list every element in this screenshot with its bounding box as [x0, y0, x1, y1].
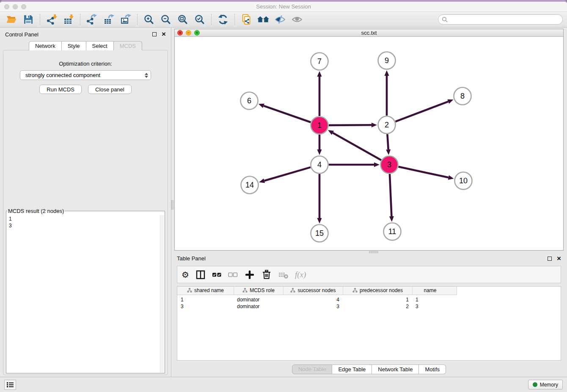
zoom-fit-icon[interactable]: [176, 14, 190, 25]
close-window-icon[interactable]: [4, 4, 9, 9]
close-panel-button[interactable]: Close panel: [88, 85, 132, 94]
mcds-tab-content: Optimization criterion: strongly connect…: [3, 50, 168, 375]
table-row[interactable]: 1dominator411: [177, 296, 561, 303]
memory-status-icon: [533, 382, 537, 387]
refresh-layout-icon[interactable]: [216, 14, 230, 25]
toolbar-separator: [80, 14, 80, 25]
zoom-selected-icon[interactable]: [193, 14, 207, 25]
column-header-label: MCDS role: [250, 287, 275, 293]
graph-node-label: 3: [387, 160, 391, 169]
zoom-in-icon[interactable]: [142, 14, 156, 25]
main-area: Control Panel × NetworkStyleSelectMCDS O…: [0, 28, 567, 377]
network-canvas[interactable]: 7968124314101511: [175, 37, 563, 250]
add-column-icon[interactable]: [244, 268, 255, 281]
column-header-name[interactable]: name: [412, 287, 448, 295]
network-close-icon[interactable]: ×: [177, 30, 183, 36]
splitter-handle[interactable]: [171, 200, 173, 210]
tab-node-table[interactable]: Node Table: [292, 364, 333, 374]
tab-style[interactable]: Style: [62, 41, 86, 50]
search-input[interactable]: [449, 17, 559, 22]
column-header-shared-name[interactable]: shared name: [177, 287, 234, 295]
graph-edge-1-2[interactable]: [329, 125, 372, 125]
mcds-result-text[interactable]: 13: [7, 215, 164, 373]
maximize-window-icon[interactable]: [21, 4, 26, 9]
import-table-icon[interactable]: [61, 14, 76, 25]
close-table-panel-icon[interactable]: ×: [557, 257, 561, 261]
application-window: Session: New Session: [0, 0, 567, 392]
graph-edge-1-6[interactable]: [264, 106, 311, 122]
graph-edge-3-1[interactable]: [333, 133, 381, 160]
table-row[interactable]: 3dominator323: [177, 303, 561, 310]
network-minimize-icon[interactable]: −: [186, 30, 191, 36]
select-all-checkboxes-icon[interactable]: [212, 268, 222, 281]
clone-network-icon[interactable]: [239, 14, 253, 25]
graph-edge-arrow: [374, 163, 380, 167]
mcds-result-title: MCDS result (2 nodes): [7, 208, 65, 214]
memory-button[interactable]: Memory: [528, 380, 563, 389]
column-header-label: shared name: [194, 287, 224, 293]
run-mcds-button[interactable]: Run MCDS: [39, 85, 82, 94]
graph-svg[interactable]: 7968124314101511: [175, 37, 564, 248]
task-history-icon[interactable]: [4, 380, 16, 390]
open-session-icon[interactable]: [4, 14, 19, 25]
graph-edge-arrow: [259, 104, 264, 108]
tab-motifs[interactable]: Motifs: [419, 364, 446, 374]
close-panel-icon[interactable]: ×: [162, 32, 166, 36]
graph-edge-4-14[interactable]: [264, 167, 311, 181]
home-icon[interactable]: [256, 14, 270, 25]
table-cell: 1: [343, 297, 412, 303]
export-table-icon[interactable]: [102, 14, 116, 25]
vertical-splitter[interactable]: [171, 28, 173, 377]
float-panel-icon[interactable]: [152, 32, 157, 36]
import-network-icon[interactable]: [44, 14, 59, 25]
window-controls: [4, 2, 26, 11]
column-header-successor-nodes[interactable]: successor nodes: [283, 287, 343, 295]
export-image-icon[interactable]: [118, 14, 133, 25]
search-icon: [442, 17, 448, 22]
table-settings-icon[interactable]: ⚙: [182, 268, 189, 281]
horizontal-splitter[interactable]: [174, 251, 564, 254]
zoom-out-icon[interactable]: [159, 14, 173, 25]
graph-node-label: 8: [460, 92, 465, 100]
tab-network-table[interactable]: Network Table: [372, 364, 419, 374]
workspace: × − + scc.txt 7968124314101511 Table Pan…: [173, 28, 567, 377]
tab-select[interactable]: Select: [86, 41, 114, 50]
deselect-all-checkboxes-icon[interactable]: [228, 268, 238, 281]
show-columns-icon[interactable]: [195, 268, 206, 281]
table-tabs: Node TableEdge TableNetwork TableMotifs: [174, 364, 564, 374]
hide-graphics-details-icon[interactable]: [273, 14, 287, 25]
graph-node-label: 1: [317, 121, 322, 130]
float-table-panel-icon[interactable]: [548, 257, 552, 261]
optimization-criterion-label: Optimization criterion:: [3, 61, 168, 67]
graph-edge-2-3[interactable]: [387, 134, 388, 149]
control-panel: Control Panel × NetworkStyleSelectMCDS O…: [0, 28, 171, 377]
graph-node-label: 15: [315, 229, 324, 237]
column-header-MCDS-role[interactable]: MCDS role: [234, 287, 283, 295]
graph-edge-3-10[interactable]: [398, 167, 448, 178]
show-graphics-details-icon[interactable]: [290, 14, 304, 25]
graph-edge-3-11[interactable]: [390, 174, 391, 216]
mcds-result-group: MCDS result (2 nodes) 13: [6, 208, 165, 373]
tab-network[interactable]: Network: [29, 41, 62, 50]
graph-edge-arrow: [317, 218, 322, 224]
network-maximize-icon[interactable]: +: [194, 30, 200, 36]
result-scrollbar[interactable]: [160, 215, 164, 373]
column-header-predecessor-nodes[interactable]: predecessor nodes: [343, 287, 412, 295]
control-panel-title: Control Panel: [5, 31, 39, 38]
tab-edge-table[interactable]: Edge Table: [332, 364, 372, 374]
table-cell: 1: [412, 297, 448, 303]
criterion-dropdown[interactable]: strongly connected component: [20, 70, 151, 80]
table-cell: 3: [177, 304, 234, 309]
minimize-window-icon[interactable]: [13, 4, 18, 9]
splitter-handle[interactable]: [369, 251, 378, 253]
graph-edge-2-8[interactable]: [396, 102, 449, 121]
tab-mcds[interactable]: MCDS: [114, 41, 142, 50]
save-session-icon[interactable]: [21, 14, 36, 25]
delete-column-icon[interactable]: [261, 268, 272, 281]
graph-edge-arrow: [385, 70, 389, 76]
node-table: shared nameMCDS rolesuccessor nodesprede…: [177, 286, 561, 361]
table-panel-title: Table Panel: [177, 255, 206, 262]
column-header-label: successor nodes: [297, 287, 336, 293]
graph-edge-arrow: [317, 71, 322, 77]
export-network-icon[interactable]: [85, 14, 99, 25]
